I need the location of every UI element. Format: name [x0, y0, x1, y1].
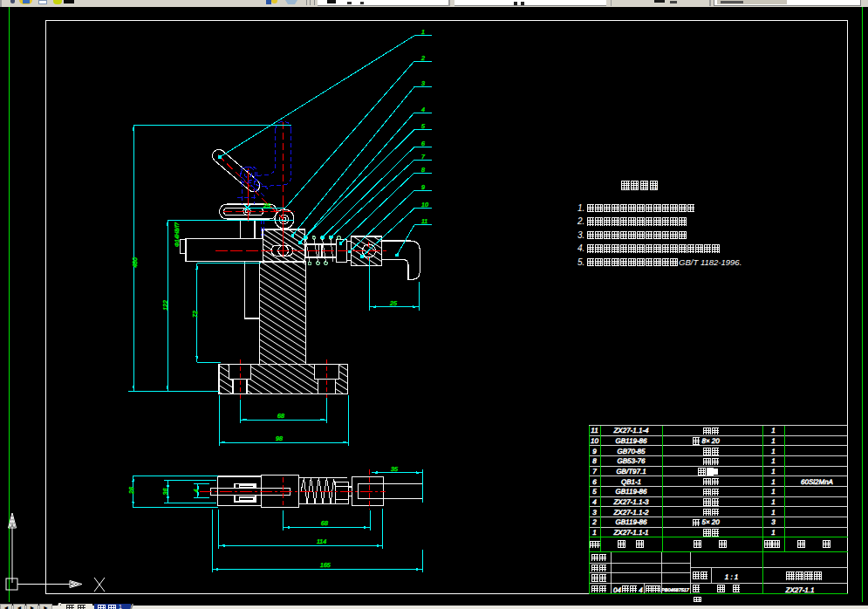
svg-text:1: 1 [771, 529, 775, 537]
svg-text:ZX27-1.1-4: ZX27-1.1-4 [612, 427, 649, 435]
svg-text:25: 25 [389, 301, 397, 307]
svg-text:1: 1 [771, 488, 775, 496]
svg-text:1 : 1: 1 : 1 [725, 573, 739, 581]
svg-text:10: 10 [421, 202, 428, 209]
svg-text:7: 7 [592, 468, 597, 476]
svg-text:1: 1 [771, 457, 775, 465]
svg-text:1: 1 [771, 448, 775, 455]
svg-text:PB04687517: PB04687517 [661, 588, 690, 593]
svg-text:9: 9 [592, 448, 597, 455]
svg-text:GB/T97.1: GB/T97.1 [616, 468, 646, 476]
svg-text:68: 68 [321, 521, 328, 527]
svg-text:165: 165 [320, 563, 331, 569]
svg-text:2: 2 [420, 56, 425, 62]
svg-text:4: 4 [421, 107, 425, 113]
svg-text:11: 11 [591, 427, 598, 435]
svg-text:98: 98 [276, 436, 283, 442]
svg-text:4: 4 [194, 489, 200, 492]
svg-text:3: 3 [421, 81, 425, 87]
svg-text:GB70-85: GB70-85 [617, 448, 646, 455]
svg-text:60Si2MnA: 60Si2MnA [801, 478, 833, 486]
svg-text:25: 25 [263, 203, 270, 209]
svg-text:36: 36 [163, 489, 169, 496]
svg-text:04: 04 [613, 586, 621, 594]
svg-text:6: 6 [421, 141, 425, 147]
svg-text:480: 480 [133, 257, 139, 268]
svg-text:4: 4 [592, 498, 597, 506]
svg-text:1: 1 [771, 468, 775, 476]
svg-text:4: 4 [639, 586, 643, 594]
svg-text:QB1-1: QB1-1 [621, 478, 641, 486]
svg-text:35: 35 [391, 467, 398, 473]
svg-text:1: 1 [421, 30, 425, 36]
svg-text:3: 3 [771, 518, 776, 526]
svg-text:Φ14H8/f7: Φ14H8/f7 [174, 222, 181, 248]
svg-text:1: 1 [771, 509, 775, 517]
svg-text:GB119-86: GB119-86 [616, 488, 647, 496]
svg-text:10: 10 [591, 437, 598, 445]
svg-text:114: 114 [317, 539, 326, 545]
svg-text:7: 7 [421, 154, 426, 161]
svg-text:11: 11 [421, 219, 427, 225]
svg-text:5: 5 [421, 124, 425, 130]
svg-text:5: 5 [592, 488, 597, 496]
svg-text:68: 68 [277, 414, 284, 420]
svg-text:GB119-86: GB119-86 [616, 437, 647, 445]
svg-text:1: 1 [771, 498, 775, 506]
svg-text:8: 8 [592, 457, 597, 465]
svg-text:GB119-86: GB119-86 [616, 518, 647, 526]
svg-text:GB53-76: GB53-76 [617, 457, 646, 465]
svg-text:1: 1 [771, 437, 775, 445]
svg-text:ZX27-1.1-3: ZX27-1.1-3 [612, 498, 649, 506]
svg-text:9: 9 [421, 185, 425, 191]
svg-text:ZX27-1.1-1: ZX27-1.1-1 [612, 529, 648, 537]
svg-text:8: 8 [421, 168, 425, 174]
svg-text:26: 26 [129, 487, 135, 495]
svg-text:72: 72 [193, 311, 199, 318]
svg-text:3: 3 [592, 509, 597, 517]
svg-text:1: 1 [592, 529, 596, 537]
svg-text:2: 2 [591, 518, 597, 526]
svg-text:1: 1 [771, 427, 775, 435]
svg-text:ZX27-1.1: ZX27-1.1 [785, 586, 815, 594]
svg-text:ZX27-1.1-2: ZX27-1.1-2 [612, 509, 649, 517]
svg-text:122: 122 [163, 300, 169, 311]
svg-text:1: 1 [771, 478, 775, 486]
svg-text:6: 6 [592, 478, 597, 486]
